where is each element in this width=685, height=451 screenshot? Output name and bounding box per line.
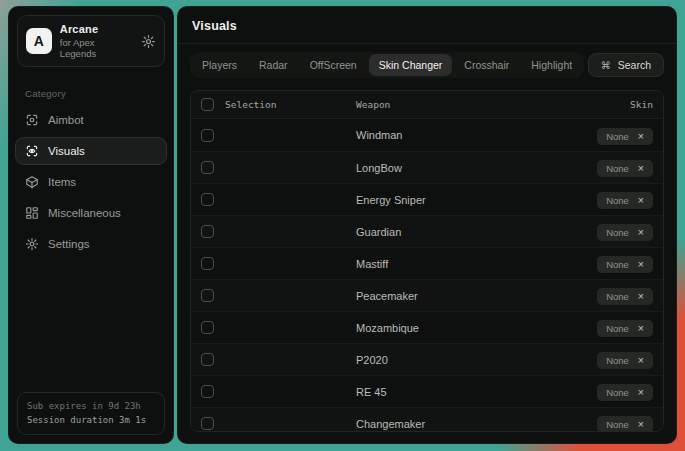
gear-icon (25, 237, 39, 251)
sidebar-item-miscellaneous[interactable]: Miscellaneous (15, 199, 167, 227)
skin-value: None (606, 227, 629, 238)
row-checkbox[interactable] (201, 289, 214, 302)
weapon-name: Peacemaker (356, 290, 597, 302)
close-icon[interactable]: × (638, 227, 644, 238)
skin-value: None (606, 387, 629, 398)
skin-value: None (606, 195, 629, 206)
tab-highlight[interactable]: Highlight (521, 54, 582, 76)
close-icon[interactable]: × (638, 163, 644, 174)
skin-select-pill[interactable]: None × (597, 320, 653, 337)
skin-table: Selection Weapon Skin Windman None × Lon… (190, 90, 664, 432)
close-icon[interactable]: × (638, 419, 644, 430)
weapon-name: Mastiff (356, 258, 597, 270)
skin-select-pill[interactable]: None × (597, 416, 653, 432)
table-row: Mozambique None × (191, 311, 663, 343)
weapon-name: Guardian (356, 226, 597, 238)
row-checkbox[interactable] (201, 129, 214, 142)
app-logo: A (26, 28, 52, 54)
tab-radar[interactable]: Radar (249, 54, 298, 76)
close-icon[interactable]: × (638, 387, 644, 398)
close-icon[interactable]: × (638, 355, 644, 366)
row-checkbox[interactable] (201, 417, 214, 430)
cube-icon (25, 175, 39, 189)
skin-value: None (606, 323, 629, 334)
row-checkbox[interactable] (201, 321, 214, 334)
table-row: Guardian None × (191, 215, 663, 247)
tab-group: Players Radar OffScreen Skin Changer Cro… (190, 52, 584, 78)
main-panel: Visuals Players Radar OffScreen Skin Cha… (177, 6, 677, 444)
close-icon[interactable]: × (638, 131, 644, 142)
skin-select-pill[interactable]: None × (597, 160, 653, 177)
skin-select-pill[interactable]: None × (597, 192, 653, 209)
table-row: Changemaker None × (191, 407, 663, 432)
table-row: P2020 None × (191, 343, 663, 375)
skin-value: None (606, 419, 629, 430)
brand-meta: Arcane for Apex Legends (60, 23, 133, 59)
sidebar-item-label: Visuals (48, 145, 85, 157)
sidebar-item-label: Settings (48, 238, 90, 250)
skin-select-pill[interactable]: None × (597, 352, 653, 369)
close-icon[interactable]: × (638, 291, 644, 302)
weapon-name: Mozambique (356, 322, 597, 334)
skin-select-pill[interactable]: None × (597, 128, 653, 145)
tab-offscreen[interactable]: OffScreen (300, 54, 367, 76)
close-icon[interactable]: × (638, 323, 644, 334)
eye-scan-icon (25, 144, 39, 158)
sidebar-item-aimbot[interactable]: Aimbot (15, 106, 167, 134)
subscription-info: Sub expires in 9d 23h Session duration 3… (17, 392, 165, 435)
sidebar-nav: Aimbot Visuals Items (9, 106, 173, 258)
skin-value: None (606, 163, 629, 174)
app-subtitle: for Apex Legends (60, 37, 133, 59)
skin-value: None (606, 291, 629, 302)
table-row: RE 45 None × (191, 375, 663, 407)
sidebar-item-label: Aimbot (48, 114, 84, 126)
sub-expiry-text: Sub expires in 9d 23h (27, 400, 155, 414)
weapon-name: Energy Sniper (356, 194, 597, 206)
row-checkbox[interactable] (201, 161, 214, 174)
tab-crosshair[interactable]: Crosshair (454, 54, 519, 76)
row-checkbox[interactable] (201, 193, 214, 206)
select-all-checkbox[interactable] (201, 98, 214, 111)
close-icon[interactable]: × (638, 259, 644, 270)
skin-select-pill[interactable]: None × (597, 256, 653, 273)
tab-skin-changer[interactable]: Skin Changer (369, 54, 453, 76)
toolbar: Players Radar OffScreen Skin Changer Cro… (178, 44, 676, 78)
row-checkbox[interactable] (201, 225, 214, 238)
weapon-name: LongBow (356, 162, 597, 174)
row-checkbox[interactable] (201, 353, 214, 366)
sidebar-item-items[interactable]: Items (15, 168, 167, 196)
sidebar: A Arcane for Apex Legends Category Aimbo… (8, 6, 174, 444)
skin-select-pill[interactable]: None × (597, 224, 653, 241)
sidebar-item-settings[interactable]: Settings (15, 230, 167, 258)
main-header: Visuals (178, 7, 676, 44)
row-checkbox[interactable] (201, 385, 214, 398)
sidebar-item-visuals[interactable]: Visuals (15, 137, 167, 165)
crosshair-scan-icon (25, 113, 39, 127)
weapon-column-header: Weapon (356, 99, 630, 110)
command-icon: ⌘ (601, 60, 611, 71)
table-body: Windman None × LongBow None × Energy Sni… (191, 119, 663, 432)
sidebar-item-label: Miscellaneous (48, 207, 121, 219)
search-button-label: Search (618, 59, 651, 71)
skin-select-pill[interactable]: None × (597, 288, 653, 305)
table-row: Mastiff None × (191, 247, 663, 279)
gear-icon[interactable] (141, 34, 156, 49)
page-title: Visuals (192, 19, 662, 33)
selection-column-header: Selection (225, 99, 276, 110)
brand-card: A Arcane for Apex Legends (17, 15, 165, 67)
row-checkbox[interactable] (201, 257, 214, 270)
close-icon[interactable]: × (638, 195, 644, 206)
dashboard-grid-icon (25, 206, 39, 220)
session-duration-text: Session duration 3m 1s (27, 414, 155, 428)
weapon-name: Windman (356, 129, 597, 141)
tab-players[interactable]: Players (192, 54, 247, 76)
app-name: Arcane (60, 23, 133, 35)
skin-value: None (606, 259, 629, 270)
weapon-name: P2020 (356, 354, 597, 366)
skin-select-pill[interactable]: None × (597, 384, 653, 401)
search-button[interactable]: ⌘ Search (588, 53, 664, 77)
table-header-row: Selection Weapon Skin (191, 91, 663, 119)
table-row: LongBow None × (191, 151, 663, 183)
skin-column-header: Skin (630, 99, 653, 110)
skin-value: None (606, 355, 629, 366)
